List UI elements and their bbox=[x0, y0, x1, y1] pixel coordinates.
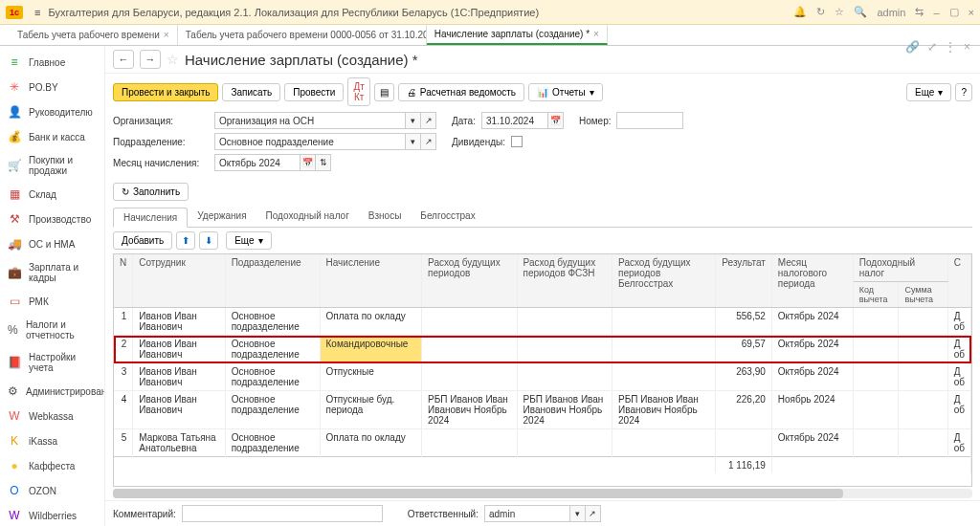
dept-field[interactable]: Основное подразделение bbox=[214, 133, 406, 150]
month-field[interactable]: Октябрь 2024 bbox=[214, 154, 301, 171]
table-row[interactable]: 5Маркова Татьяна АнатольевнаОсновное под… bbox=[114, 429, 971, 457]
col-rbp-bgs[interactable]: Расход будущих периодов Белгосстрах bbox=[612, 254, 716, 308]
tab-close-icon[interactable]: × bbox=[164, 30, 169, 40]
close-icon[interactable]: × bbox=[969, 7, 974, 18]
resp-dropdown-icon[interactable]: ▾ bbox=[570, 505, 586, 522]
dt-kt-button[interactable]: ДтКт bbox=[347, 77, 369, 106]
total-result: 1 116,19 bbox=[716, 457, 771, 474]
move-up-button[interactable]: ⬆ bbox=[176, 231, 195, 250]
sidebar-item[interactable]: 💰Банк и касса bbox=[0, 124, 104, 149]
panel-close-icon[interactable]: × bbox=[964, 46, 970, 54]
table-row[interactable]: 1Иванов Иван ИвановичОсновное подразделе… bbox=[114, 308, 971, 336]
horizontal-scrollbar[interactable] bbox=[113, 489, 972, 498]
help-button[interactable]: ? bbox=[955, 83, 972, 101]
document-tab[interactable]: Начисление зарплаты (создание) *× bbox=[427, 25, 608, 45]
add-row-button[interactable]: Добавить bbox=[113, 231, 172, 250]
table-row[interactable]: 2Иванов Иван ИвановичОсновное подразделе… bbox=[114, 336, 971, 363]
app-title[interactable]: Бухгалтерия для Беларуси, редакция 2.1. … bbox=[48, 7, 793, 18]
dept-dropdown-icon[interactable]: ▾ bbox=[406, 133, 421, 150]
sidebar-item[interactable]: ●Каффеста bbox=[0, 453, 104, 478]
maximize-icon[interactable]: ▢ bbox=[949, 6, 959, 18]
sidebar-item[interactable]: 👤Руководителю bbox=[0, 99, 104, 124]
month-stepper-icon[interactable]: ⇅ bbox=[316, 154, 331, 171]
num-field[interactable] bbox=[616, 112, 683, 129]
month-picker-icon[interactable]: 📅 bbox=[301, 154, 316, 171]
move-down-button[interactable]: ⬇ bbox=[199, 231, 218, 250]
settings-icon[interactable]: ⇆ bbox=[915, 6, 924, 18]
tab-close-icon[interactable]: × bbox=[593, 29, 599, 39]
sidebar-item[interactable]: 💼Зарплата и кадры bbox=[0, 256, 104, 289]
star-icon[interactable]: ☆ bbox=[835, 6, 844, 18]
sidebar-item[interactable]: 🚚ОС и НМА bbox=[0, 231, 104, 256]
table-more-button[interactable]: Еще ▾ bbox=[226, 231, 271, 250]
sidebar-item[interactable]: ⚙Администрирование bbox=[0, 379, 104, 404]
sidebar-label: Зарплата и кадры bbox=[29, 262, 97, 283]
sidebar-label: ОС и НМА bbox=[29, 239, 75, 250]
sidebar-item[interactable]: 🛒Покупки и продажи bbox=[0, 149, 104, 182]
dept-open-icon[interactable]: ↗ bbox=[421, 133, 436, 150]
col-tax[interactable]: Подоходный налог bbox=[853, 254, 947, 282]
history-icon[interactable]: ↻ bbox=[816, 6, 825, 18]
org-open-icon[interactable]: ↗ bbox=[421, 112, 436, 129]
document-tab[interactable]: Табель учета рабочего времени× bbox=[10, 25, 178, 45]
sidebar-item[interactable]: OOZON bbox=[0, 478, 104, 503]
col-n[interactable]: N bbox=[114, 254, 133, 308]
more-button[interactable]: Еще ▾ bbox=[906, 83, 951, 101]
sidebar-item[interactable]: WWebkassa bbox=[0, 404, 104, 428]
sidebar-item[interactable]: ≡Главное bbox=[0, 50, 104, 75]
resp-field[interactable]: admin bbox=[484, 505, 570, 522]
dividends-checkbox[interactable] bbox=[511, 136, 523, 147]
date-field[interactable]: 31.10.2024 bbox=[481, 112, 548, 129]
inner-tab[interactable]: Взносы bbox=[359, 207, 412, 227]
search-icon[interactable]: 🔍 bbox=[854, 6, 867, 18]
sidebar-item[interactable]: ✳PO.BY bbox=[0, 75, 104, 99]
inner-tab[interactable]: Белгосстрах bbox=[411, 207, 484, 227]
col-calc[interactable]: Начисление bbox=[320, 254, 422, 308]
table-row[interactable]: 3Иванов Иван ИвановичОсновное подразделе… bbox=[114, 363, 971, 391]
expand-icon[interactable]: ⤢ bbox=[927, 46, 937, 54]
sidebar-item[interactable]: ▭РМК bbox=[0, 289, 104, 314]
col-emp[interactable]: Сотрудник bbox=[133, 254, 225, 308]
inner-tab[interactable]: Удержания bbox=[188, 207, 256, 227]
col-tax-sum[interactable]: Сумма вычета bbox=[899, 282, 947, 308]
sidebar-item[interactable]: %Налоги и отчетность bbox=[0, 314, 104, 346]
document-tab[interactable]: Табель учета рабочего времени 0000-0056 … bbox=[178, 25, 427, 45]
resp-open-icon[interactable]: ↗ bbox=[586, 505, 601, 522]
minimize-icon[interactable]: – bbox=[933, 7, 939, 18]
sidebar-item[interactable]: 📕Настройки учета bbox=[0, 346, 104, 379]
col-res[interactable]: Результат bbox=[716, 254, 771, 308]
comment-field[interactable] bbox=[182, 505, 383, 522]
structure-button[interactable]: ▤ bbox=[374, 83, 394, 101]
col-tax-month[interactable]: Месяц налогового периода bbox=[771, 254, 853, 308]
user-label[interactable]: admin bbox=[877, 7, 905, 18]
table-row[interactable]: 4Иванов Иван ИвановичОсновное подразделе… bbox=[114, 391, 971, 429]
col-rbp[interactable]: Расход будущих периодов bbox=[422, 254, 517, 308]
sidebar-item[interactable]: ▦Склад bbox=[0, 182, 104, 207]
col-rbp-fszn[interactable]: Расход будущих периодов ФСЗН bbox=[517, 254, 612, 308]
post-and-close-button[interactable]: Провести и закрыть bbox=[113, 83, 218, 101]
sidebar-item[interactable]: ⚒Производство bbox=[0, 207, 104, 231]
col-tax-code[interactable]: Код вычета bbox=[853, 282, 899, 308]
date-picker-icon[interactable]: 📅 bbox=[548, 112, 564, 129]
col-s[interactable]: С bbox=[947, 254, 970, 308]
payroll-button[interactable]: 🖨 Расчетная ведомость bbox=[398, 83, 524, 101]
forward-button[interactable]: → bbox=[140, 50, 161, 69]
write-button[interactable]: Записать bbox=[222, 83, 280, 101]
panel-more-icon[interactable]: ⋮ bbox=[945, 46, 956, 54]
post-button[interactable]: Провести bbox=[284, 83, 344, 101]
favorite-icon[interactable]: ☆ bbox=[167, 52, 179, 67]
accruals-table[interactable]: N Сотрудник Подразделение Начисление Рас… bbox=[113, 253, 972, 487]
col-dept[interactable]: Подразделение bbox=[225, 254, 320, 308]
back-button[interactable]: ← bbox=[113, 50, 134, 69]
sidebar-item[interactable]: WWildberries bbox=[0, 503, 104, 526]
reports-button[interactable]: 📊 Отчеты ▾ bbox=[528, 83, 603, 101]
org-field[interactable]: Организация на ОСН bbox=[214, 112, 406, 129]
sidebar-item[interactable]: KiKassa bbox=[0, 428, 104, 453]
org-dropdown-icon[interactable]: ▾ bbox=[406, 112, 421, 129]
bell-icon[interactable]: 🔔 bbox=[793, 6, 807, 18]
link-icon[interactable]: 🔗 bbox=[905, 46, 920, 54]
menu-icon[interactable]: ≡ bbox=[34, 7, 40, 18]
inner-tab[interactable]: Начисления bbox=[113, 208, 188, 228]
inner-tab[interactable]: Подоходный налог bbox=[256, 207, 359, 227]
fill-button[interactable]: ↻ Заполнить bbox=[113, 183, 189, 201]
